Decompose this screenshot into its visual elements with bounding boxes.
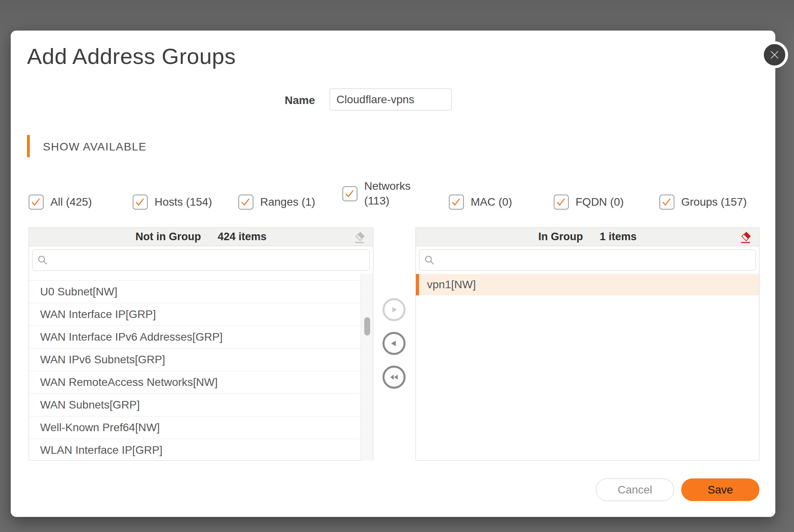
filter-groups[interactable]: Groups (157): [659, 195, 747, 210]
panel-title: Not in Group: [135, 231, 201, 243]
filter-mac[interactable]: MAC (0): [449, 195, 512, 210]
filter-fqdn[interactable]: FQDN (0): [554, 195, 624, 210]
panel-title: In Group: [538, 231, 583, 243]
list-item[interactable]: U0 Subnet[NW]: [29, 281, 361, 303]
filter-hosts[interactable]: Hosts (154): [133, 195, 212, 210]
check-icon: [344, 187, 355, 199]
list-item[interactable]: WAN Interface IPv6 Addresses[GRP]: [29, 326, 361, 349]
name-input[interactable]: [330, 89, 452, 110]
add-address-groups-dialog: Add Address Groups Name SHOW AVAILABLE A…: [11, 31, 775, 517]
filter-label: Hosts (154): [155, 195, 212, 210]
scrollbar-track[interactable]: [361, 274, 373, 461]
remove-all-from-group-button[interactable]: [383, 366, 406, 389]
filter-label: MAC (0): [471, 195, 512, 210]
check-icon: [555, 196, 567, 208]
panel-item-count: 424 items: [218, 231, 267, 243]
filter-all[interactable]: All (425): [29, 195, 92, 210]
checkbox-checked[interactable]: [29, 195, 44, 210]
filter-label: FQDN (0): [576, 195, 624, 210]
filter-label: Networks (113): [364, 179, 416, 208]
section-title: SHOW AVAILABLE: [43, 141, 147, 153]
in-group-panel: In Group 1 items vpn1[NW]: [415, 227, 759, 461]
in-group-list: vpn1[NW]: [416, 274, 759, 461]
filter-label: All (425): [50, 195, 92, 210]
name-field-label: Name: [255, 94, 315, 107]
not-in-group-panel: Not in Group 424 items U0 Subnet[NW] WAN…: [29, 227, 373, 461]
scrollbar-thumb[interactable]: [364, 317, 370, 335]
save-button[interactable]: Save: [681, 478, 759, 501]
checkbox-checked[interactable]: [238, 195, 253, 210]
partial-row: [29, 274, 361, 281]
not-in-group-list: U0 Subnet[NW] WAN Interface IP[GRP] WAN …: [29, 274, 373, 461]
search-icon: [424, 255, 435, 266]
panel-item-count: 1 items: [600, 231, 637, 243]
in-group-header: In Group 1 items: [416, 228, 759, 246]
filter-ranges[interactable]: Ranges (1): [238, 195, 315, 210]
arrow-left-icon: [389, 338, 399, 349]
section-accent-bar: [27, 135, 30, 157]
not-in-group-search-input[interactable]: [32, 249, 370, 271]
list-item[interactable]: WAN Subnets[GRP]: [29, 394, 361, 416]
close-icon: [769, 49, 780, 60]
check-icon: [450, 196, 462, 208]
checkbox-checked[interactable]: [133, 195, 148, 210]
move-to-group-button[interactable]: [383, 298, 406, 321]
cancel-button[interactable]: Cancel: [596, 478, 674, 501]
checkbox-checked[interactable]: [449, 195, 464, 210]
list-item[interactable]: WAN IPv6 Subnets[GRP]: [29, 349, 361, 371]
check-icon: [661, 196, 672, 208]
list-item[interactable]: WAN Interface IP[GRP]: [29, 303, 361, 326]
checkbox-checked[interactable]: [659, 195, 674, 210]
page-title: Add Address Groups: [27, 43, 236, 69]
list-item[interactable]: Well-Known Pref64[NW]: [29, 416, 361, 439]
clear-list-button[interactable]: [352, 230, 367, 244]
search-icon: [37, 255, 48, 266]
filter-networks[interactable]: Networks (113): [342, 179, 416, 208]
not-in-group-header: Not in Group 424 items: [29, 228, 373, 246]
filter-label: Ranges (1): [260, 195, 315, 210]
list-item[interactable]: WAN RemoteAccess Networks[NW]: [29, 371, 361, 394]
eraser-icon: [352, 230, 367, 244]
list-item-selected[interactable]: vpn1[NW]: [416, 274, 759, 295]
eraser-icon: [738, 230, 753, 244]
check-icon: [30, 196, 42, 208]
checkbox-checked[interactable]: [554, 195, 569, 210]
checkbox-checked[interactable]: [342, 186, 357, 201]
remove-from-group-button[interactable]: [383, 332, 406, 355]
double-arrow-left-icon: [388, 372, 400, 383]
list-item[interactable]: WLAN Interface IP[GRP]: [29, 439, 361, 461]
filter-label: Groups (157): [681, 195, 747, 210]
check-icon: [240, 196, 251, 208]
in-group-search-input[interactable]: [419, 249, 756, 271]
close-button[interactable]: [761, 41, 788, 68]
check-icon: [134, 196, 146, 208]
clear-list-button[interactable]: [738, 230, 753, 244]
arrow-right-icon: [389, 305, 399, 315]
